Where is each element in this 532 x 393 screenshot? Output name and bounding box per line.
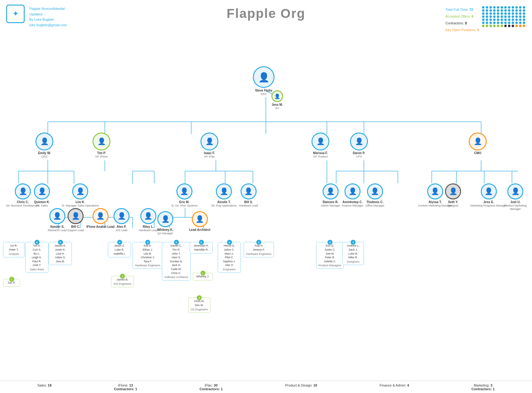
thutmos-name: Thutmos C. <box>366 200 383 204</box>
sethy-avatar: 👤 <box>445 183 461 199</box>
ericm-node: 👤 Eric M. Sr. Dir. iFlac Systems <box>171 183 198 207</box>
key-open-value: 3 <box>477 28 479 32</box>
danielc-box: 8 Daniel C.Tim R.John T.Hani S.Gurdas N.… <box>162 242 191 280</box>
whitneyk-node: 👤 Whitney K. QA Manager <box>157 211 173 235</box>
bills-title: Hardware Lead <box>239 204 258 207</box>
zacp-box: 1 Zac P. <box>3 279 20 287</box>
aminhotep-name: Aminhotep C. <box>343 200 363 204</box>
ainsliet-node: 👤 Ainslie T. Dir. Eng Applications <box>211 183 237 207</box>
yulah-box: 2 Yula H.Jeremy F. Hardware Engineers <box>244 242 274 257</box>
page-title: Flapple Org <box>227 6 305 21</box>
andrewl-box: 4 Andrew L.Zach J.Luke B.Mike R. Designe… <box>342 242 364 265</box>
tim-avatar: 👤 <box>93 133 110 150</box>
daron-node: 👤 Daron P. CFO <box>350 133 368 158</box>
limk-node: 👤 Lim K. Sr. Manager Sales Operations <box>62 183 99 207</box>
jamesk-box: 5 James K.Justin K.Lisa H.Adam S.Jess B. <box>49 242 72 265</box>
sethy-title: Designer <box>447 204 459 207</box>
whitneyk-title: QA Manager <box>158 232 173 235</box>
daron-title: CFO <box>356 155 362 158</box>
marissa-avatar: 👤 <box>311 133 329 150</box>
emily-name: Emily W. <box>38 151 51 155</box>
limk-avatar: 👤 <box>72 183 88 199</box>
ericq-box: 5 Eric Q.Justin C.Joel M.Peter B.Juliett… <box>316 242 344 269</box>
xanders-name: Xander S. <box>50 225 64 229</box>
footer-sales: Sales: 18 <box>37 383 52 391</box>
marissa-title: VP, Product <box>313 155 328 158</box>
isaac-name: Isaac F. <box>204 151 215 155</box>
quinton-name: Quinton K. <box>34 200 50 204</box>
accepted-label: Accepted Offers: <box>445 14 471 18</box>
dots-visualization <box>482 6 526 27</box>
joelu-title: Product Marketing Manager <box>499 204 532 211</box>
daron-avatar: 👤 <box>350 133 368 150</box>
jamesb-box: 1 James B. iOS Engineers <box>111 276 134 287</box>
ea-node: 👤 Jess M. EA <box>271 90 283 110</box>
key-open-label: Key Open Positions: <box>445 28 476 32</box>
billc-avatar: 👤 <box>68 208 84 224</box>
marissa-node: 👤 Marissa F. VP, Product <box>311 133 329 158</box>
bills-node: 👤 Bill S. Hardware Lead <box>239 183 258 207</box>
jesse-name: Jess E. <box>483 200 494 204</box>
ramsesr-name: Ramses R. <box>323 200 338 204</box>
herodg-box: 6 Herod G.Julius C.Marc A.Pilot C.Saphir… <box>218 242 241 273</box>
tim-name: Tim P. <box>97 151 106 155</box>
alyssat-name: Alyssa T. <box>428 200 442 204</box>
contractors-value: 3 <box>465 21 467 25</box>
ericm-name: Eric M. <box>179 200 189 204</box>
tim-title: VP, iFlone <box>95 155 108 158</box>
isaac-title: VP, iFlac <box>204 155 215 158</box>
quinton-avatar: 👤 <box>34 183 50 199</box>
joelu-node: 👤 Joel U. Product Marketing Manager <box>499 183 532 211</box>
whitneyk-name: Whitney K. <box>157 228 173 232</box>
quinton-node: 👤 Quinton K. Dir. Sales <box>34 183 50 207</box>
alexp-node: 👤 Alex P. iOS Lead <box>113 208 130 232</box>
lead-arch-node: 👤 Lead Architect <box>189 211 210 232</box>
ainsliet-title: Dir. Eng Applications <box>211 204 237 207</box>
ea-title: EA <box>275 107 279 110</box>
org-chart: 👤 Steve Flobs CEO 👤 Jess M. EA 👤 Emily W… <box>0 32 532 378</box>
chrisc-avatar: 👤 <box>15 183 31 199</box>
limk-title: Sr. Manager Sales Operations <box>62 204 99 207</box>
cmo-avatar: 👤 <box>469 133 487 150</box>
accepted-value: 6 <box>472 14 473 18</box>
rileyl-avatar: 👤 <box>140 208 156 224</box>
alexp-name: Alex P. <box>117 225 126 229</box>
footer-iflone: iFlone: 13 Contractors: 1 <box>114 383 137 391</box>
contractors-label: Contractors: <box>445 21 464 25</box>
whitneyk-avatar: 👤 <box>157 211 173 227</box>
salesreps-box: 6 Tim K.Curt S.Bo L.Leigh K.Paul R.Ariel… <box>25 242 48 273</box>
iflone-lead-name: iFlone Analist Lead <box>86 225 114 229</box>
footer-product: Product & Design: 10 <box>285 383 317 391</box>
tim-node: 👤 Tim P. VP, iFlone <box>93 133 110 158</box>
lead-arch-name: Lead Architect <box>189 228 210 232</box>
cmo-name: CMO <box>474 151 481 155</box>
ceo-name: Steve Flobs <box>255 89 272 92</box>
isaac-avatar: 👤 <box>200 133 218 150</box>
footer-finance: Finance & Admin: 4 <box>380 383 409 391</box>
whitneyj-box: 1 Whitney J. <box>193 273 213 280</box>
full-time-value: 72 <box>469 8 473 11</box>
ainsliet-name: Ainslie T. <box>217 200 231 204</box>
ceo-avatar: 👤 <box>253 66 274 88</box>
limk-name: Lim K. <box>76 200 85 204</box>
ericm-avatar: 👤 <box>176 183 192 199</box>
rileyl-node: 👤 Riley L. Hardware Lead <box>139 208 158 232</box>
ericm-title: Sr. Dir. iFlac Systems <box>171 204 198 207</box>
alexp-avatar: 👤 <box>113 208 130 224</box>
iflone-lead-node: 👤 iFlone Analist Lead <box>86 208 114 229</box>
xanders-title: Research Lead <box>48 229 67 232</box>
emily-title: CRO <box>41 155 47 158</box>
ea-name: Jess M. <box>272 103 283 107</box>
marissa-name: Marissa F. <box>313 151 328 155</box>
sethy-node: 👤 Seth Y. Designer <box>445 183 461 207</box>
aminhotep-avatar: 👤 <box>344 183 361 199</box>
header: ✦ Flapple Nonconfidential Updated: - By … <box>0 0 532 32</box>
thutmos-node: 👤 Thutmos C. Office Manager <box>365 183 384 207</box>
quinton-title: Dir. Sales <box>36 204 48 207</box>
daron-name: Daron P. <box>353 151 365 155</box>
cmo-node: 👤 CMO <box>469 133 487 155</box>
thutmos-title: Office Manager <box>365 204 384 207</box>
analysts-box: Uri R.Peter T. Analysts <box>3 242 25 257</box>
sethy-name: Seth Y. <box>448 200 458 204</box>
ainsliet-avatar: 👤 <box>216 183 232 199</box>
